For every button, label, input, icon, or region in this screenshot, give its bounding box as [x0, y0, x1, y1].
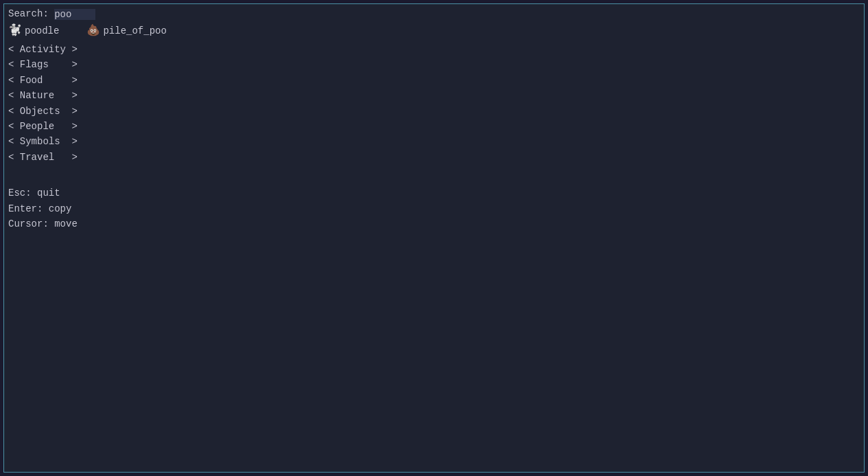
search-input[interactable] — [54, 9, 95, 20]
emoji-result-poodle[interactable]: 🐩 poodle — [8, 23, 59, 39]
terminal-content: Search: 🐩 poodle 💩 pile_of_poo < Activit… — [4, 4, 864, 234]
category-symbols[interactable]: < Symbols > — [8, 134, 860, 149]
terminal-window: Search: 🐩 poodle 💩 pile_of_poo < Activit… — [3, 3, 865, 473]
pile-of-poo-label: pile_of_poo — [103, 24, 166, 38]
category-nature[interactable]: < Nature > — [8, 88, 860, 103]
poodle-emoji: 🐩 — [8, 23, 22, 39]
category-travel[interactable]: < Travel > — [8, 150, 860, 165]
category-activity[interactable]: < Activity > — [8, 42, 860, 57]
category-list: < Activity > < Flags > < Food > < Nature… — [8, 42, 860, 165]
poodle-label: poodle — [25, 24, 59, 38]
emoji-result-pile-of-poo[interactable]: 💩 pile_of_poo — [86, 23, 166, 39]
search-line: Search: — [8, 7, 860, 21]
help-esc: Esc: quit — [8, 185, 860, 201]
emoji-results-row: 🐩 poodle 💩 pile_of_poo — [8, 23, 860, 39]
help-enter: Enter: copy — [8, 201, 860, 216]
category-people[interactable]: < People > — [8, 119, 860, 134]
category-flags[interactable]: < Flags > — [8, 57, 860, 72]
category-objects[interactable]: < Objects > — [8, 104, 860, 119]
search-label: Search: — [8, 7, 54, 21]
pile-of-poo-emoji: 💩 — [86, 23, 100, 39]
help-section: Esc: quit Enter: copy Cursor: move — [8, 185, 860, 231]
help-cursor: Cursor: move — [8, 216, 860, 231]
category-food[interactable]: < Food > — [8, 73, 860, 88]
